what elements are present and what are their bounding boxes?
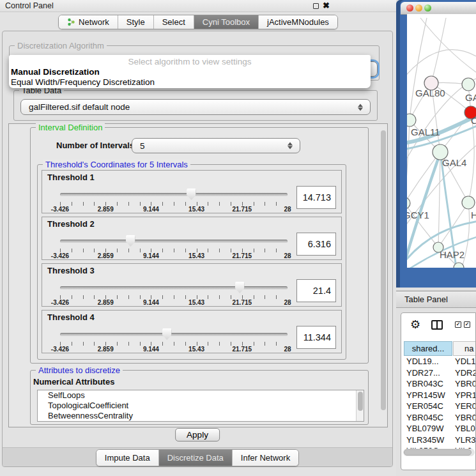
bottom-tabs: Impute Data Discretize Data Infer Networ… (96, 449, 299, 466)
top-tab-label: jActiveMNodules (267, 17, 329, 27)
numerical-attributes-list[interactable]: SelfLoops TopologicalCoefficient Between… (37, 390, 364, 422)
bottom-tab[interactable]: Discretize Data (159, 450, 233, 466)
table-data-value: galFiltered.sif default node (29, 102, 130, 112)
threshold-slider[interactable] (60, 330, 288, 339)
threshold-slider[interactable] (60, 237, 288, 246)
attribute-item[interactable]: SelfLoops (38, 390, 364, 401)
table-row[interactable]: YBR043C YBR0 (401, 379, 476, 390)
table-row[interactable]: YER054C YER0 (401, 401, 476, 413)
attribute-item[interactable]: BetweennessCentrality (38, 411, 364, 421)
threshold-slider[interactable] (60, 190, 288, 199)
table-horizontal-scrollbar[interactable] (403, 449, 475, 456)
right-column: GAL80 GA C GAL11 GAL4 GCY1 H HAP2 Table … (396, 0, 476, 476)
table-row[interactable]: YBR045C YBR0 (401, 413, 476, 424)
threshold-value-field[interactable]: 14.713 (296, 186, 336, 209)
tick-label: 15.43 (188, 206, 204, 213)
cell-name: YDL1 (455, 357, 476, 366)
checkbox-icon[interactable]: ✓ (455, 321, 461, 328)
close-icon[interactable]: ✖ (323, 1, 330, 10)
cell-name: YBR0 (455, 379, 476, 388)
threshold-list: Threshold 1 -3.426 (38, 170, 346, 353)
svg-text:GAL80: GAL80 (415, 88, 445, 98)
network-view[interactable]: GAL80 GA C GAL11 GAL4 GCY1 H HAP2 (407, 14, 476, 268)
zoom-traffic-light-icon[interactable] (424, 4, 431, 12)
bottom-tab-label: Discretize Data (167, 453, 224, 463)
table-header-row: shared... na (401, 341, 476, 356)
top-tab-label: Select (162, 17, 185, 27)
tick-label: 15.43 (188, 346, 204, 353)
table-row[interactable]: YPR145W YPR1 (401, 390, 476, 402)
cell-shared-name: YBR045C (406, 413, 443, 422)
cell-name: YPR1 (455, 390, 476, 400)
table-body: YDL19... YDL1 YDR27... YDR2 YBR043C YBR0 (401, 357, 476, 451)
attributes-group: Attributes to discretize Numerical Attri… (30, 370, 369, 425)
tick-label: -3.426 (51, 299, 69, 306)
dropdown-prompt: Select algorithm to view settings (9, 57, 371, 66)
dropdown-option-manual[interactable]: Manual Discretization (11, 67, 100, 77)
threshold-value-field[interactable]: 21.4 (296, 279, 336, 302)
thresholds-group: Threshold's Coordinates for 5 Intervals … (37, 164, 346, 360)
column-header-name[interactable]: na (453, 341, 476, 356)
table-row[interactable]: YDL19... YDL1 (401, 357, 476, 368)
table-data-combobox[interactable]: galFiltered.sif default node (20, 99, 371, 115)
list-scrollbar[interactable] (356, 390, 364, 421)
tick-label: 2.859 (98, 206, 114, 213)
bottom-tab[interactable]: Impute Data (96, 450, 159, 466)
slider-thumb[interactable] (162, 328, 172, 340)
slider-tick-labels: -3.426 2.859 9.144 15.43 21.715 (60, 206, 288, 213)
top-tab[interactable]: Cyni Toolbox (194, 15, 259, 29)
slider-track[interactable] (60, 240, 288, 243)
split-columns-icon[interactable] (431, 320, 443, 330)
network-window: GAL80 GA C GAL11 GAL4 GCY1 H HAP2 (396, 0, 476, 288)
table-row[interactable]: YBL079W YBL0 (401, 424, 476, 435)
top-tab[interactable]: Network (59, 15, 118, 29)
table-data-group: Table Data galFiltered.sif default node (13, 90, 378, 121)
network-nodes[interactable] (407, 76, 476, 268)
cell-shared-name: YBR043C (406, 379, 443, 388)
top-tab[interactable]: jActiveMNodules (259, 15, 337, 29)
top-tab[interactable]: Select (154, 15, 194, 29)
network-canvas[interactable]: GAL80 GA C GAL11 GAL4 GCY1 H HAP2 (407, 14, 476, 268)
close-traffic-light-icon[interactable] (406, 4, 413, 12)
top-tab[interactable]: Style (118, 15, 154, 29)
node-right-mid (462, 196, 475, 209)
tick-label: 15.43 (188, 299, 204, 306)
slider-thumb[interactable] (235, 282, 245, 293)
algorithm-dropdown-popup: Select algorithm to view settings Manual… (9, 55, 371, 88)
bottom-tab[interactable]: Infer Network (233, 450, 298, 466)
attribute-item[interactable]: TopologicalCoefficient (38, 401, 364, 411)
panel-scrollbar[interactable] (381, 130, 386, 410)
dropdown-option-equal-width[interactable]: Equal Width/Frequency Discretization (11, 77, 155, 87)
tick-label: 9.144 (143, 206, 159, 213)
discretization-algorithm-label: Discretization Algorithm (15, 41, 107, 50)
slider-thumb[interactable] (126, 235, 135, 247)
top-tab-label: Cyni Toolbox (203, 17, 250, 27)
settings-gear-icon[interactable]: ⚙ (410, 318, 420, 332)
slider-track[interactable] (60, 193, 288, 196)
slider-thumb[interactable] (187, 188, 196, 200)
attributes-group-label: Attributes to discretize (36, 365, 123, 375)
svg-text:GAL11: GAL11 (411, 127, 440, 137)
threshold-block: Threshold 3 -3.426 (42, 263, 342, 307)
minimize-traffic-light-icon[interactable] (415, 4, 422, 12)
threshold-value-field[interactable]: 6.316 (296, 233, 336, 256)
top-tab-label: Network (79, 17, 109, 27)
threshold-value-field[interactable]: 11.344 (296, 326, 336, 349)
tick-label: 28 (284, 299, 291, 306)
slider-track[interactable] (60, 333, 288, 336)
column-header-shared-name[interactable]: shared... (404, 341, 452, 356)
checkbox-icon[interactable]: ✓ (464, 321, 470, 328)
top-tab-bar: Network Style (0, 15, 396, 29)
table-row[interactable]: YDR27... YDR2 (401, 368, 476, 380)
num-intervals-combobox[interactable]: 5 (132, 138, 300, 153)
cell-shared-name: YDL19... (406, 357, 439, 366)
threshold-slider[interactable] (60, 284, 288, 293)
slider-track[interactable] (60, 286, 288, 289)
float-window-icon[interactable] (313, 3, 319, 9)
tick-label: 21.715 (233, 346, 252, 353)
apply-button[interactable]: Apply (175, 428, 220, 441)
tick-label: 15.43 (188, 252, 204, 259)
cell-name: YBR0 (455, 413, 476, 422)
bottom-tab-label: Infer Network (241, 453, 290, 463)
table-row[interactable]: YLR345W YLR3 (401, 435, 476, 447)
